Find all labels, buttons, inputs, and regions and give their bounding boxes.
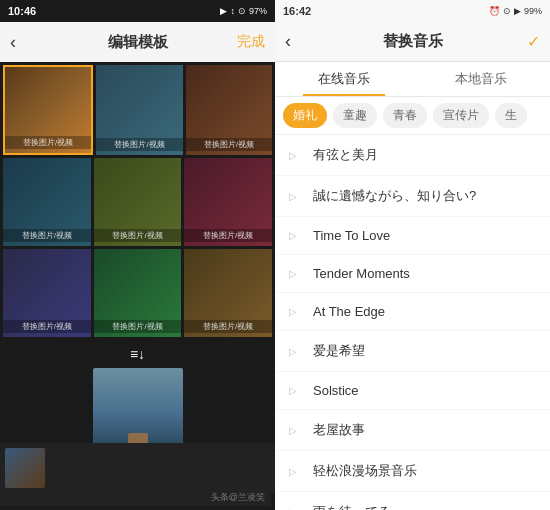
divider-icon: ≡↓ xyxy=(130,346,145,362)
play-icon-6: ▷ xyxy=(289,384,303,398)
play-icon-7: ▷ xyxy=(289,423,303,437)
right-title: 替换音乐 xyxy=(383,32,443,51)
grid-cell-1-1[interactable]: 替换图片/视频 xyxy=(3,65,93,155)
left-status-icons: ▶ ↕ ⊙ 97% xyxy=(220,6,267,16)
song-name-6: Solstice xyxy=(313,383,536,398)
watermark: 头条@兰凌笑 xyxy=(0,489,271,506)
category-row: 婚礼 童趣 青春 宣传片 生 xyxy=(275,97,550,135)
grid-cell-3-2[interactable]: 替换图片/视频 xyxy=(94,249,182,337)
left-time: 10:46 xyxy=(8,5,36,17)
play-icon-0: ▷ xyxy=(289,148,303,162)
right-header: ‹ 替换音乐 ✓ xyxy=(275,22,550,62)
song-name-5: 爱是希望 xyxy=(313,342,536,360)
cell-label-2-2: 替换图片/视频 xyxy=(94,229,182,242)
grid-cell-2-3[interactable]: 替换图片/视频 xyxy=(184,158,272,246)
song-list: ▷ 有弦と美月 ▷ 誠に遺憾ながら、知り合い? ▷ Time To Love ▷… xyxy=(275,135,550,510)
song-item-7[interactable]: ▷ 老屋故事 xyxy=(275,410,550,451)
grid-cell-3-3[interactable]: 替换图片/视频 xyxy=(184,249,272,337)
song-name-1: 誠に遺憾ながら、知り合い? xyxy=(313,187,536,205)
tab-row: 在线音乐 本地音乐 xyxy=(275,62,550,97)
song-item-6[interactable]: ▷ Solstice xyxy=(275,372,550,410)
song-item-1[interactable]: ▷ 誠に遺憾ながら、知り合い? xyxy=(275,176,550,217)
right-panel: 16:42 ⏰ ⊙ ▶ 99% ‹ 替换音乐 ✓ 在线音乐 本地音乐 婚礼 童趣… xyxy=(275,0,550,510)
song-item-9[interactable]: ▷ 雨を待ってる xyxy=(275,492,550,510)
song-name-2: Time To Love xyxy=(313,228,536,243)
left-status-bar: 10:46 ▶ ↕ ⊙ 97% xyxy=(0,0,275,22)
play-icon-4: ▷ xyxy=(289,305,303,319)
song-item-3[interactable]: ▷ Tender Moments xyxy=(275,255,550,293)
grid-cell-1-2[interactable]: 替换图片/视频 xyxy=(96,65,182,155)
featured-thumbnail[interactable] xyxy=(93,368,183,443)
grid-row-1: 替换图片/视频 替换图片/视频 替换图片/视频 xyxy=(3,65,272,155)
category-wedding[interactable]: 婚礼 xyxy=(283,103,327,128)
category-promo[interactable]: 宣传片 xyxy=(433,103,489,128)
song-item-2[interactable]: ▷ Time To Love xyxy=(275,217,550,255)
grid-row-2: 替换图片/视频 替换图片/视频 替换图片/视频 xyxy=(3,158,272,246)
song-name-8: 轻松浪漫场景音乐 xyxy=(313,462,536,480)
category-more[interactable]: 生 xyxy=(495,103,527,128)
cell-label-1-2: 替换图片/视频 xyxy=(96,138,182,151)
right-back-button[interactable]: ‹ xyxy=(285,31,291,52)
grid-cell-2-2[interactable]: 替换图片/视频 xyxy=(94,158,182,246)
bottom-thumb-row xyxy=(0,443,275,493)
left-header: ‹ 编辑模板 完成 xyxy=(0,22,275,62)
right-status-bar: 16:42 ⏰ ⊙ ▶ 99% xyxy=(275,0,550,22)
cell-label-2-1: 替换图片/视频 xyxy=(3,229,91,242)
grid-row-3: 替换图片/视频 替换图片/视频 替换图片/视频 xyxy=(3,249,272,337)
song-name-4: At The Edge xyxy=(313,304,536,319)
song-item-4[interactable]: ▷ At The Edge xyxy=(275,293,550,331)
grid-cell-3-1[interactable]: 替换图片/视频 xyxy=(3,249,91,337)
left-back-button[interactable]: ‹ xyxy=(10,32,16,53)
song-name-7: 老屋故事 xyxy=(313,421,536,439)
right-confirm-button[interactable]: ✓ xyxy=(527,32,540,51)
tab-online-music[interactable]: 在线音乐 xyxy=(275,62,413,96)
template-grid: 替换图片/视频 替换图片/视频 替换图片/视频 替换图片/视频 替换图片/视频 xyxy=(0,62,275,443)
divider: ≡↓ xyxy=(3,340,272,368)
play-icon-1: ▷ xyxy=(289,189,303,203)
left-title: 编辑模板 xyxy=(108,33,168,52)
small-thumb-1[interactable] xyxy=(5,448,45,488)
song-item-5[interactable]: ▷ 爱是希望 xyxy=(275,331,550,372)
song-name-3: Tender Moments xyxy=(313,266,536,281)
play-icon-3: ▷ xyxy=(289,267,303,281)
play-icon-8: ▷ xyxy=(289,464,303,478)
play-icon-5: ▷ xyxy=(289,344,303,358)
grid-cell-2-1[interactable]: 替换图片/视频 xyxy=(3,158,91,246)
song-name-0: 有弦と美月 xyxy=(313,146,536,164)
cell-label-1-1: 替换图片/视频 xyxy=(5,136,91,149)
song-name-9: 雨を待ってる xyxy=(313,503,536,510)
right-status-icons: ⏰ ⊙ ▶ 99% xyxy=(489,6,542,16)
cell-label-3-3: 替换图片/视频 xyxy=(184,320,272,333)
category-children[interactable]: 童趣 xyxy=(333,103,377,128)
right-time: 16:42 xyxy=(283,5,311,17)
song-item-8[interactable]: ▷ 轻松浪漫场景音乐 xyxy=(275,451,550,492)
play-icon-2: ▷ xyxy=(289,229,303,243)
cell-label-2-3: 替换图片/视频 xyxy=(184,229,272,242)
category-youth[interactable]: 青春 xyxy=(383,103,427,128)
song-item-0[interactable]: ▷ 有弦と美月 xyxy=(275,135,550,176)
grid-cell-1-3[interactable]: 替换图片/视频 xyxy=(186,65,272,155)
play-icon-9: ▷ xyxy=(289,505,303,510)
cell-label-3-2: 替换图片/视频 xyxy=(94,320,182,333)
cell-label-1-3: 替换图片/视频 xyxy=(186,138,272,151)
tab-local-music[interactable]: 本地音乐 xyxy=(413,62,551,96)
cell-label-3-1: 替换图片/视频 xyxy=(3,320,91,333)
left-panel: 10:46 ▶ ↕ ⊙ 97% ‹ 编辑模板 完成 替换图片/视频 替换图片/视… xyxy=(0,0,275,510)
left-done-button[interactable]: 完成 xyxy=(237,33,265,51)
